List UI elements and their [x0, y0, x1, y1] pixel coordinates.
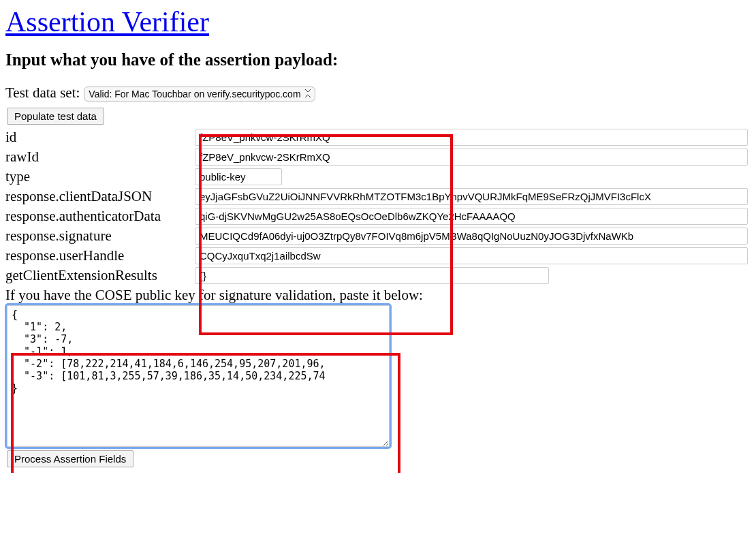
type-input[interactable]	[195, 168, 282, 185]
userhandle-input[interactable]	[195, 247, 748, 264]
page-subtitle: Input what you have of the assertion pay…	[5, 50, 751, 69]
rawid-label: rawId	[5, 149, 195, 166]
cose-hint: If you have the COSE public key for sign…	[5, 287, 751, 304]
userhandle-label: response.userHandle	[5, 247, 195, 264]
rawid-input[interactable]	[195, 149, 748, 166]
signature-label: response.signature	[5, 228, 195, 245]
signature-input[interactable]	[195, 228, 748, 245]
authenticatordata-input[interactable]	[195, 208, 748, 225]
extresults-input[interactable]	[195, 267, 549, 284]
extresults-label: getClientExtensionResults	[5, 267, 195, 284]
test-data-select[interactable]: Valid: For Mac Touchbar on verify.securi…	[84, 87, 315, 102]
page-title: Assertion Verifier	[5, 5, 751, 38]
assertion-verifier-link[interactable]: Assertion Verifier	[5, 6, 209, 37]
clientdatajson-input[interactable]	[195, 188, 748, 205]
cose-public-key-textarea[interactable]	[7, 305, 390, 447]
id-label: id	[5, 129, 195, 146]
type-label: type	[5, 168, 195, 185]
id-input[interactable]	[195, 129, 748, 146]
process-assertion-fields-button[interactable]: Process Assertion Fields	[7, 450, 133, 467]
authenticatordata-label: response.authenticatorData	[5, 208, 195, 225]
clientdatajson-label: response.clientDataJSON	[5, 188, 195, 205]
test-data-label: Test data set:	[5, 84, 80, 102]
populate-test-data-button[interactable]: Populate test data	[7, 108, 104, 125]
